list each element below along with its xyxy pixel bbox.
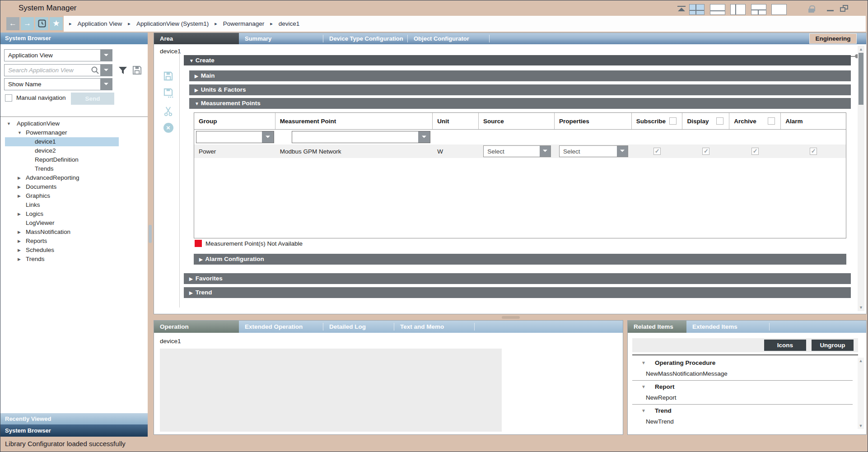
column-checkbox-display[interactable] bbox=[716, 117, 723, 125]
alarm-checkbox[interactable]: ✓ bbox=[810, 148, 817, 155]
column-checkbox-archive[interactable] bbox=[768, 117, 775, 125]
source-select[interactable]: Select bbox=[479, 145, 555, 157]
section-alarm-configuration[interactable]: ▶ Alarm Configuration bbox=[194, 254, 846, 265]
properties-select[interactable]: Select bbox=[559, 145, 628, 157]
tree-item-logviewer[interactable]: LogViewer bbox=[0, 219, 148, 228]
favorites-button[interactable]: ★ bbox=[50, 17, 63, 30]
archive-checkbox[interactable]: ✓ bbox=[751, 148, 759, 155]
tab-text-and-memo[interactable]: Text and Memo bbox=[394, 321, 474, 333]
cut-button[interactable] bbox=[163, 106, 174, 117]
vertical-scrollbar[interactable]: ▲ ▼ bbox=[858, 358, 864, 429]
section-measurement-points[interactable]: ▼ Measurement Points bbox=[189, 98, 851, 109]
tree-item-trends[interactable]: Trends bbox=[0, 164, 148, 173]
scrollbar-thumb[interactable] bbox=[859, 53, 863, 105]
search-combo[interactable] bbox=[4, 64, 112, 76]
search-input[interactable] bbox=[5, 67, 90, 74]
tree-item-documents[interactable]: ▶Documents bbox=[0, 182, 148, 191]
filter-icon[interactable] bbox=[118, 66, 128, 75]
send-button[interactable]: Send bbox=[71, 93, 114, 105]
tree-item-applicationview[interactable]: ▼ApplicationView bbox=[0, 119, 148, 128]
related-group-report[interactable]: ▼Report bbox=[632, 382, 853, 392]
section-main[interactable]: ▶ Main bbox=[189, 70, 851, 81]
tree-item-reports[interactable]: ▶Reports bbox=[0, 237, 148, 246]
tab-extended-operation[interactable]: Extended Operation bbox=[239, 321, 323, 333]
engineering-mode-button[interactable]: Engineering bbox=[809, 33, 857, 44]
save-button[interactable] bbox=[163, 71, 174, 82]
manual-navigation-checkbox[interactable] bbox=[5, 94, 12, 102]
collapse-panel-icon[interactable] bbox=[677, 6, 686, 11]
layout-split-pane-button[interactable] bbox=[751, 4, 766, 15]
tab-device-type-configuration[interactable]: Device Type Configuration bbox=[323, 33, 407, 44]
tree-item-graphics[interactable]: ▶Graphics bbox=[0, 191, 148, 200]
display-checkbox[interactable]: ✓ bbox=[702, 148, 709, 155]
tab-operation[interactable]: Operation bbox=[154, 321, 239, 333]
subscribe-checkbox[interactable]: ✓ bbox=[632, 148, 683, 155]
alarm-checkbox[interactable]: ✓ bbox=[781, 148, 846, 155]
section-create[interactable]: ▼ Create bbox=[184, 55, 851, 65]
view-select[interactable]: Application View bbox=[4, 49, 112, 61]
tree-item-trends[interactable]: ▶Trends bbox=[0, 255, 148, 264]
chevron-down-icon[interactable] bbox=[540, 146, 551, 157]
chevron-down-icon[interactable] bbox=[100, 50, 112, 61]
restore-button[interactable] bbox=[840, 5, 848, 12]
archive-checkbox[interactable]: ✓ bbox=[729, 148, 781, 155]
source-select[interactable]: Select bbox=[483, 145, 551, 157]
chevron-down-icon[interactable] bbox=[418, 131, 430, 143]
breadcrumb-item-device1[interactable]: device1 bbox=[279, 20, 300, 27]
related-item-newreport[interactable]: NewReport bbox=[632, 392, 853, 403]
icons-button[interactable]: Icons bbox=[764, 340, 806, 351]
save-as-button[interactable] bbox=[163, 88, 174, 99]
section-trend[interactable]: ▶ Trend bbox=[184, 287, 851, 298]
tree-item-device1[interactable]: device1 bbox=[0, 137, 148, 146]
display-mode-select[interactable]: Show Name bbox=[4, 78, 112, 90]
vertical-splitter-handle[interactable] bbox=[149, 225, 152, 243]
tab-related-items[interactable]: Related Items bbox=[628, 321, 686, 333]
tree-item-reportdefinition[interactable]: ReportDefinition bbox=[0, 155, 148, 164]
group-filter-combo[interactable] bbox=[196, 131, 274, 143]
section-favorites[interactable]: ▶ Favorites bbox=[184, 273, 851, 284]
chevron-down-icon[interactable] bbox=[617, 146, 628, 157]
tree-item-massnotification[interactable]: ▶MassNotification bbox=[0, 228, 148, 237]
scroll-up-icon[interactable]: ▲ bbox=[858, 47, 864, 52]
tab-extended-items[interactable]: Extended Items bbox=[686, 321, 769, 333]
breadcrumb-item-applicationview-system1[interactable]: ApplicationView (System1) bbox=[136, 20, 209, 27]
chevron-down-icon[interactable] bbox=[100, 79, 112, 90]
tab-detailed-log[interactable]: Detailed Log bbox=[323, 321, 394, 333]
column-checkbox-subscribe[interactable] bbox=[669, 117, 677, 125]
tab-summary[interactable]: Summary bbox=[239, 33, 323, 44]
back-button[interactable]: ← bbox=[6, 17, 19, 30]
display-checkbox[interactable]: ✓ bbox=[683, 148, 730, 155]
minimize-button[interactable] bbox=[827, 10, 834, 11]
cancel-button[interactable]: × bbox=[163, 123, 174, 134]
measurement-point-filter-combo[interactable] bbox=[292, 131, 430, 143]
breadcrumb-item-application-view[interactable]: Application View bbox=[78, 20, 122, 27]
layout-left-pane-button[interactable] bbox=[730, 4, 746, 15]
tree-item-advancedreporting[interactable]: ▶AdvancedReporting bbox=[0, 173, 148, 182]
related-group-operating-procedure[interactable]: ▼Operating Procedure bbox=[632, 358, 853, 368]
lock-icon[interactable] bbox=[808, 5, 814, 13]
layout-single-pane-button[interactable] bbox=[771, 4, 787, 15]
scroll-down-icon[interactable]: ▼ bbox=[858, 423, 864, 429]
ungroup-button[interactable]: Ungroup bbox=[812, 340, 854, 351]
system-browser-bar[interactable]: System Browser bbox=[0, 424, 148, 437]
subscribe-checkbox[interactable]: ✓ bbox=[653, 148, 661, 155]
save-filter-icon[interactable] bbox=[132, 65, 142, 75]
related-item-newtrend[interactable]: NewTrend bbox=[632, 416, 853, 427]
tree-item-device2[interactable]: device2 bbox=[0, 146, 148, 155]
related-item-newmassnotificationmessage[interactable]: NewMassNotificationMessage bbox=[632, 368, 853, 379]
chevron-down-icon[interactable] bbox=[262, 131, 274, 143]
table-row[interactable]: PowerModbus GPM NetworkWSelectSelect✓✓✓✓ bbox=[194, 144, 846, 158]
tree-item-powermanager[interactable]: ▼Powermanager bbox=[0, 128, 148, 137]
properties-select[interactable]: Select bbox=[555, 145, 632, 157]
scroll-down-icon[interactable]: ▼ bbox=[858, 305, 864, 310]
related-group-trend[interactable]: ▼Trend bbox=[632, 405, 853, 416]
recently-viewed-bar[interactable]: Recently Viewed bbox=[0, 413, 148, 424]
tree-item-logics[interactable]: ▶Logics bbox=[0, 210, 148, 219]
section-units-factors[interactable]: ▶ Units & Factors bbox=[189, 84, 851, 95]
layout-bottom-pane-button[interactable] bbox=[710, 4, 725, 15]
chevron-down-icon[interactable] bbox=[100, 65, 112, 76]
tab-area[interactable]: Area bbox=[154, 33, 239, 44]
tree-item-links[interactable]: Links bbox=[0, 200, 148, 210]
tree-item-schedules[interactable]: ▶Schedules bbox=[0, 246, 148, 255]
breadcrumb-item-powermanager[interactable]: Powermanager bbox=[223, 20, 265, 27]
